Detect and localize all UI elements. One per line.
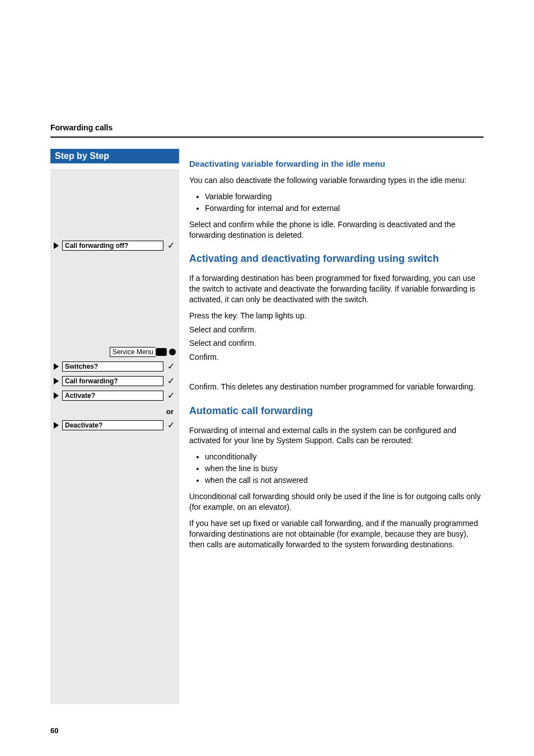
main-content: Deactivating variable forwarding in the … bbox=[179, 149, 484, 555]
menu-label: Deactivate? bbox=[62, 420, 163, 430]
paragraph: You can also deactivate the following va… bbox=[189, 175, 484, 186]
page-number: 60 bbox=[50, 726, 484, 735]
menu-label: Switches? bbox=[62, 361, 163, 372]
triangle-right-icon bbox=[54, 378, 59, 384]
triangle-right-icon bbox=[54, 242, 59, 249]
list-item: when the call is not answered bbox=[205, 475, 484, 486]
list-forwarding-types: Variable forwarding Forwarding for inter… bbox=[189, 191, 484, 214]
list-item: when the line is busy bbox=[205, 463, 484, 474]
heading-deactivate-idle: Deactivating variable forwarding in the … bbox=[189, 159, 484, 168]
menu-call-forwarding: Call forwarding? ✓ bbox=[50, 375, 179, 389]
check-icon: ✓ bbox=[166, 421, 176, 430]
key-icon bbox=[156, 348, 176, 356]
menu-switches: Switches? ✓ bbox=[50, 360, 179, 375]
or-label: or bbox=[50, 404, 179, 419]
paragraph: Forwarding of internal and external call… bbox=[189, 425, 484, 447]
menu-activate: Activate? ✓ bbox=[50, 389, 179, 404]
step-by-step-header: Step by Step bbox=[50, 149, 179, 163]
menu-label: Call forwarding? bbox=[62, 376, 163, 386]
line-select-confirm: Select and confirm. bbox=[189, 325, 484, 335]
line-press-key: Press the key. The lamp lights up. bbox=[189, 311, 484, 321]
list-item: Forwarding for internal and for external bbox=[205, 203, 484, 214]
list-reroute-conditions: unconditionally when the line is busy wh… bbox=[189, 452, 484, 486]
service-menu-key: Service Menu bbox=[50, 346, 179, 360]
heading-switch: Activating and deactivating forwarding u… bbox=[189, 252, 484, 265]
list-item: Variable forwarding bbox=[205, 191, 484, 202]
check-icon: ✓ bbox=[166, 241, 176, 250]
paragraph: If you have set up fixed or variable cal… bbox=[189, 518, 484, 550]
sidebar: Step by Step Call forwarding off? ✓ Serv… bbox=[50, 149, 179, 704]
paragraph: If a forwarding destination has been pro… bbox=[189, 273, 484, 305]
menu-label: Call forwarding off? bbox=[62, 241, 163, 251]
paragraph: Select and confirm while the phone is id… bbox=[189, 219, 484, 241]
triangle-right-icon bbox=[54, 422, 59, 429]
list-item: unconditionally bbox=[205, 452, 484, 462]
menu-label: Activate? bbox=[62, 391, 163, 401]
check-icon: ✓ bbox=[166, 362, 176, 371]
triangle-right-icon bbox=[54, 363, 59, 370]
heading-automatic: Automatic call forwarding bbox=[189, 405, 484, 417]
menu-deactivate: Deactivate? ✓ bbox=[50, 419, 179, 434]
triangle-right-icon bbox=[54, 392, 59, 399]
section-title: Forwarding calls bbox=[50, 123, 484, 132]
paragraph: Unconditional call forwarding should onl… bbox=[189, 491, 484, 513]
check-icon: ✓ bbox=[166, 391, 176, 400]
check-icon: ✓ bbox=[166, 377, 176, 386]
menu-call-forwarding-off: Call forwarding off? ✓ bbox=[50, 240, 179, 254]
paragraph: Confirm. This deletes any destination nu… bbox=[189, 382, 484, 392]
service-menu-label: Service Menu bbox=[110, 347, 156, 357]
header-rule bbox=[50, 137, 484, 138]
line-select-confirm: Select and confirm. bbox=[189, 338, 484, 349]
line-confirm: Confirm. bbox=[189, 352, 484, 363]
